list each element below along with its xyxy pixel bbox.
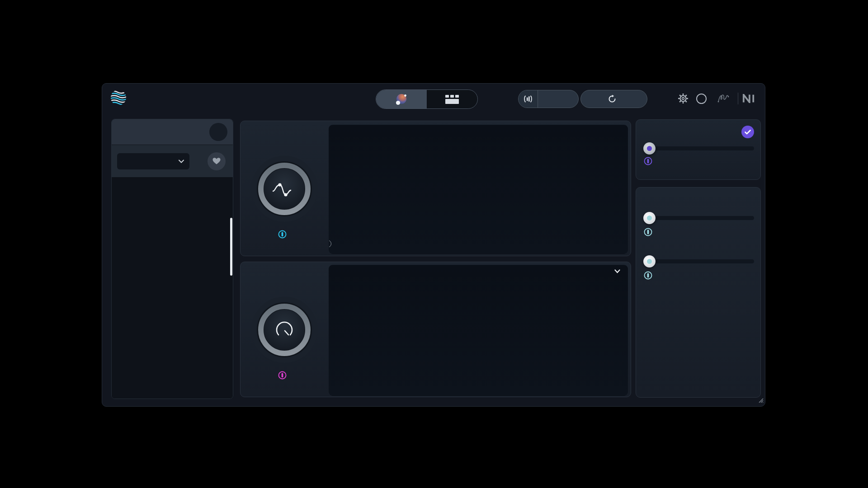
target-header bbox=[112, 119, 233, 145]
plugin-window bbox=[102, 83, 765, 407]
width-match-row bbox=[643, 227, 657, 237]
target-list bbox=[112, 177, 233, 399]
power-icon[interactable] bbox=[643, 156, 653, 166]
loudness-panel bbox=[240, 262, 631, 397]
assistant-view-tab[interactable] bbox=[376, 90, 427, 108]
topbar-divider bbox=[738, 93, 738, 104]
help-button[interactable] bbox=[695, 92, 708, 105]
resize-grip[interactable] bbox=[757, 396, 764, 405]
favorites-filter-button[interactable] bbox=[208, 152, 226, 170]
output-level-dropdown[interactable] bbox=[608, 269, 620, 273]
izotope-link-button[interactable] bbox=[717, 92, 730, 105]
power-icon[interactable] bbox=[278, 230, 287, 239]
target-controls bbox=[112, 145, 233, 178]
check-icon bbox=[745, 130, 751, 135]
power-icon[interactable] bbox=[643, 271, 653, 280]
target-filter-dropdown[interactable] bbox=[117, 153, 189, 169]
view-toggle bbox=[376, 89, 478, 109]
power-icon[interactable] bbox=[278, 371, 287, 380]
width-match-slider[interactable] bbox=[643, 211, 754, 225]
vocal-balance-enable-button[interactable] bbox=[741, 126, 754, 138]
maximizer-knob[interactable] bbox=[248, 294, 321, 366]
vocal-level-slider[interactable] bbox=[643, 141, 754, 155]
io-meter-button[interactable] bbox=[519, 90, 538, 108]
modules-icon bbox=[444, 94, 460, 104]
vocal-level-row bbox=[643, 156, 657, 166]
modules-view-tab[interactable] bbox=[427, 90, 478, 108]
tonal-balance-display bbox=[329, 125, 628, 254]
power-icon[interactable] bbox=[643, 227, 653, 237]
heart-icon bbox=[212, 157, 221, 165]
ozone-logo bbox=[110, 89, 132, 106]
bypass-button[interactable] bbox=[518, 90, 579, 108]
relearn-button[interactable] bbox=[580, 90, 647, 108]
solo-badge[interactable] bbox=[329, 240, 331, 248]
loudness-display bbox=[329, 265, 628, 396]
maximizer-label-row bbox=[243, 371, 326, 380]
gear-icon bbox=[677, 93, 689, 104]
stabilizer-amount-slider[interactable] bbox=[643, 254, 754, 268]
chevron-down-icon bbox=[614, 269, 620, 273]
slider-thumb[interactable] bbox=[643, 142, 656, 155]
meter-icon bbox=[523, 94, 533, 104]
target-panel bbox=[111, 119, 233, 399]
help-icon bbox=[696, 94, 707, 104]
band-label-low-mid bbox=[329, 240, 335, 248]
slider-thumb[interactable] bbox=[643, 212, 656, 224]
add-target-button[interactable] bbox=[209, 123, 227, 141]
relearn-cycle-icon bbox=[608, 94, 617, 103]
equalizer-knob[interactable] bbox=[248, 153, 321, 225]
chevron-down-icon bbox=[179, 160, 184, 163]
slider-thumb[interactable] bbox=[643, 255, 656, 267]
extras-panel bbox=[636, 187, 761, 398]
ni-logo bbox=[742, 92, 755, 105]
target-list-scrollbar[interactable] bbox=[230, 218, 232, 276]
ozone-logo-icon bbox=[110, 89, 127, 106]
settings-button[interactable] bbox=[677, 92, 689, 105]
vocal-balance-panel bbox=[636, 119, 761, 180]
equalizer-label-row bbox=[243, 230, 326, 239]
stabilizer-amount-row bbox=[643, 271, 657, 280]
izotope-scribble-icon bbox=[717, 93, 730, 104]
assistant-sphere-icon bbox=[395, 93, 408, 106]
ni-logo-icon bbox=[742, 94, 755, 103]
tonal-balance-panel bbox=[240, 121, 631, 256]
